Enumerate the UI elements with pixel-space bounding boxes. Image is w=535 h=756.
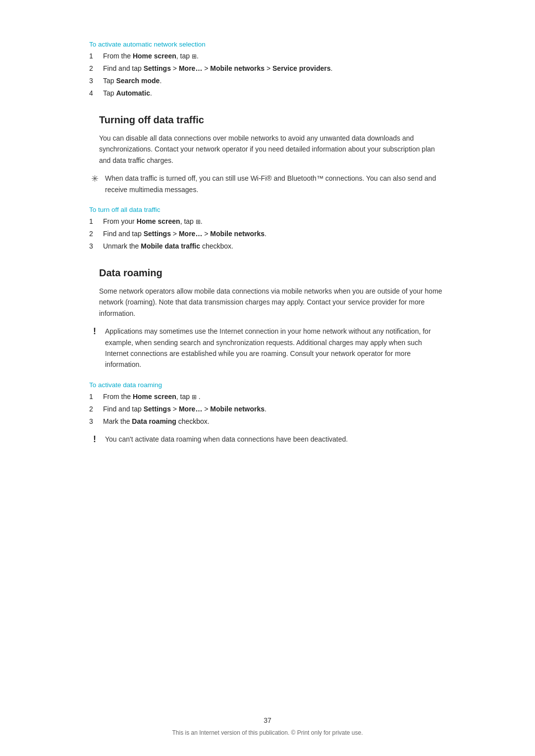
step-number: 2 [89, 63, 103, 74]
list-item: 3 Mark the Data roaming checkbox. [89, 416, 446, 427]
step-content: From the Home screen, tap ⊞ . [103, 392, 446, 402]
list-item: 2 Find and tap Settings > More… > Mobile… [89, 63, 446, 74]
step-number: 3 [89, 76, 103, 86]
step-content: From the Home screen, tap ⊞. [103, 51, 446, 61]
tip-block: ✳ When data traffic is turned off, you c… [89, 173, 446, 195]
step-number: 1 [89, 392, 103, 402]
turn-off-heading: To turn off all data traffic [89, 206, 446, 213]
step-content: Mark the Data roaming checkbox. [103, 416, 446, 427]
list-item: 3 Unmark the Mobile data traffic checkbo… [89, 241, 446, 252]
step-content: From your Home screen, tap ⊞. [103, 216, 446, 227]
section-turn-off-traffic: To turn off all data traffic 1 From your… [89, 206, 446, 252]
list-item: 2 Find and tap Settings > More… > Mobile… [89, 404, 446, 414]
data-roaming-body: Some network operators allow mobile data… [89, 286, 446, 319]
step-content: Tap Automatic. [103, 88, 446, 99]
data-roaming-title: Data roaming [89, 267, 446, 279]
activate-network-steps: 1 From the Home screen, tap ⊞. 2 Find an… [89, 51, 446, 99]
warning-icon: ! [89, 326, 100, 337]
step-content: Find and tap Settings > More… > Mobile n… [103, 63, 446, 74]
tip-text: When data traffic is turned off, you can… [105, 173, 446, 195]
warning-text: Applications may sometimes use the Inter… [105, 326, 446, 370]
list-item: 1 From the Home screen, tap ⊞. [89, 51, 446, 61]
turning-off-title: Turning off data traffic [89, 114, 446, 126]
activate-roaming-steps: 1 From the Home screen, tap ⊞ . 2 Find a… [89, 392, 446, 427]
list-item: 1 From the Home screen, tap ⊞ . [89, 392, 446, 402]
page-number: 37 [0, 716, 535, 724]
roaming-warning-block: ! You can't activate data roaming when d… [89, 434, 446, 445]
warning-block: ! Applications may sometimes use the Int… [89, 326, 446, 370]
turning-off-body: You can disable all data connections ove… [89, 133, 446, 166]
turn-off-steps: 1 From your Home screen, tap ⊞. 2 Find a… [89, 216, 446, 252]
step-content: Find and tap Settings > More… > Mobile n… [103, 229, 446, 239]
section-activate-roaming: To activate data roaming 1 From the Home… [89, 381, 446, 445]
page-container: To activate automatic network selection … [0, 0, 535, 756]
step-content: Find and tap Settings > More… > Mobile n… [103, 404, 446, 414]
step-content: Unmark the Mobile data traffic checkbox. [103, 241, 446, 252]
grid-icon: ⊞ [192, 52, 197, 61]
activate-network-heading: To activate automatic network selection [89, 41, 446, 48]
step-content: Tap Search mode. [103, 76, 446, 86]
page-footer: 37 This is an Internet version of this p… [0, 716, 535, 736]
list-item: 2 Find and tap Settings > More… > Mobile… [89, 229, 446, 239]
step-number: 1 [89, 216, 103, 227]
tip-icon: ✳ [89, 173, 100, 184]
footer-note: This is an Internet version of this publ… [172, 729, 363, 736]
list-item: 1 From your Home screen, tap ⊞. [89, 216, 446, 227]
roaming-warning-text: You can't activate data roaming when dat… [105, 434, 446, 445]
section-activate-network: To activate automatic network selection … [89, 41, 446, 99]
step-number: 3 [89, 241, 103, 252]
step-number: 2 [89, 229, 103, 239]
section-turning-off: Turning off data traffic You can disable… [89, 114, 446, 195]
list-item: 3 Tap Search mode. [89, 76, 446, 86]
warning-icon: ! [89, 434, 100, 445]
section-data-roaming: Data roaming Some network operators allo… [89, 267, 446, 370]
step-number: 3 [89, 416, 103, 427]
activate-roaming-heading: To activate data roaming [89, 381, 446, 389]
step-number: 1 [89, 51, 103, 61]
step-number: 2 [89, 404, 103, 414]
grid-icon: ⊞ [196, 217, 201, 226]
grid-icon: ⊞ [192, 393, 197, 402]
step-number: 4 [89, 88, 103, 99]
list-item: 4 Tap Automatic. [89, 88, 446, 99]
